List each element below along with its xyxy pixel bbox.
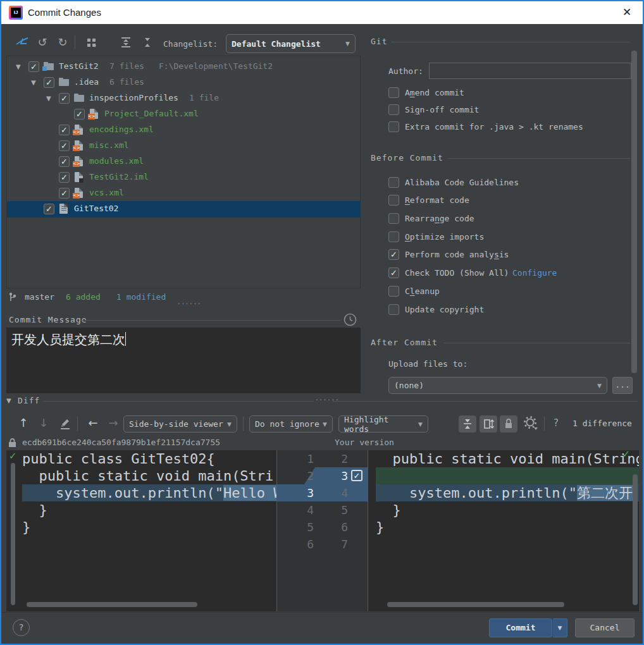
- code-line: public class GitTest02{: [22, 450, 276, 467]
- branch-name: master: [25, 292, 54, 302]
- diff-editor: public class GitTest02{ public static vo…: [6, 450, 639, 611]
- commit-dropdown-button[interactable]: ▼: [552, 618, 567, 637]
- synchronize-scrolling-toggle[interactable]: [480, 415, 497, 433]
- close-icon[interactable]: ✕: [616, 3, 638, 22]
- code-line: public static void main(String: [376, 450, 639, 467]
- commit-changes-dialog: IJ Commit Changes ✕ ↺ ↻ ▾ Changelist: De…: [0, 0, 644, 645]
- tree-row[interactable]: ▼ ✓ .idea 6 files: [7, 75, 360, 90]
- diff-help-icon[interactable]: ?: [548, 415, 564, 431]
- optimize-imports-checkbox[interactable]: [388, 231, 399, 242]
- tree-checkbox[interactable]: ✓: [59, 140, 70, 151]
- show-diff-icon[interactable]: [14, 34, 30, 51]
- iml-file-icon: [74, 172, 85, 183]
- refresh-icon[interactable]: ↻: [54, 34, 71, 51]
- right-pane-vscrollbar[interactable]: [633, 474, 638, 605]
- amend-commit-checkbox[interactable]: [388, 87, 399, 98]
- tree-item-meta: 1 file: [189, 93, 219, 102]
- reformat-code-checkbox[interactable]: [388, 195, 399, 206]
- dialog-footer: ? Commit ▼ Cancel: [1, 612, 643, 644]
- tree-checkbox[interactable]: ✓: [74, 109, 85, 120]
- author-input[interactable]: [429, 63, 631, 79]
- signoff-commit-checkbox[interactable]: [388, 104, 399, 115]
- tree-checkbox[interactable]: ✓: [44, 77, 54, 88]
- diff-collapse-icon[interactable]: ▼: [6, 397, 11, 404]
- previous-difference-icon[interactable]: ↑: [15, 415, 32, 431]
- tree-expanded-icon[interactable]: ▼: [46, 95, 51, 102]
- diff-section-header: Diff: [18, 396, 40, 405]
- xml-file-icon: <>: [89, 109, 100, 120]
- previous-change-icon[interactable]: ←: [85, 415, 101, 431]
- author-label: Author:: [388, 66, 423, 76]
- git-section-header: Git: [371, 37, 387, 46]
- code-line: }: [22, 501, 276, 519]
- xml-file-icon: <>: [74, 156, 85, 167]
- tree-checkbox[interactable]: ✓: [59, 188, 70, 199]
- left-pane-vscrollbar[interactable]: [11, 463, 15, 605]
- rearrange-code-checkbox[interactable]: [388, 213, 399, 224]
- include-change-checkbox[interactable]: ✓: [351, 470, 362, 481]
- folder-icon: [74, 93, 85, 104]
- diff-right-pane[interactable]: public static void main(String system.ou…: [368, 450, 639, 611]
- tree-expanded-icon[interactable]: ▼: [31, 79, 36, 86]
- added-count: 6 added: [66, 292, 101, 302]
- check-todo-checkbox[interactable]: ✓: [388, 267, 399, 278]
- cancel-button[interactable]: Cancel: [575, 618, 635, 637]
- whitespace-select[interactable]: Do not ignore ▼: [249, 415, 333, 433]
- text-caret: [125, 332, 126, 346]
- commit-message-input[interactable]: 开发人员提交第二次: [6, 328, 361, 393]
- xml-file-icon: <>: [74, 125, 85, 135]
- tree-row-selected[interactable]: ✓ GitTest02: [7, 201, 360, 218]
- edit-source-icon[interactable]: [57, 415, 73, 431]
- collapse-unchanged-toggle[interactable]: [459, 415, 476, 433]
- tree-row[interactable]: ✓ TestGit2.iml: [7, 169, 360, 185]
- tree-row[interactable]: ✓ <> encodings.xml: [7, 122, 360, 138]
- tree-row[interactable]: ✓ <> misc.xml: [7, 138, 360, 154]
- help-button[interactable]: ?: [13, 619, 30, 636]
- update-copyright-checkbox[interactable]: [388, 304, 399, 315]
- viewer-mode-select[interactable]: Side-by-side viewer ▼: [123, 415, 237, 433]
- next-change-icon[interactable]: →: [105, 415, 121, 431]
- right-pane-hscrollbar[interactable]: [387, 602, 564, 607]
- tree-row[interactable]: ▼ ✓ inspectionProfiles 1 file: [7, 90, 360, 106]
- left-pane-hscrollbar[interactable]: [27, 602, 197, 607]
- tree-checkbox[interactable]: ✓: [59, 156, 70, 167]
- message-history-icon[interactable]: [344, 313, 357, 326]
- disable-editing-toggle[interactable]: [500, 415, 517, 433]
- diff-left-pane[interactable]: public class GitTest02{ public static vo…: [6, 450, 276, 611]
- module-folder-icon: [44, 61, 54, 72]
- tree-row[interactable]: ✓ <> modules.xml: [7, 154, 360, 169]
- splitter-handle[interactable]: '''''': [177, 302, 202, 309]
- alibaba-guidelines-checkbox[interactable]: [388, 177, 399, 188]
- tree-checkbox[interactable]: ✓: [44, 204, 54, 214]
- highlight-mode-select[interactable]: Highlight words ▼: [338, 415, 428, 433]
- diff-settings-gear-icon[interactable]: [523, 415, 539, 431]
- tree-checkbox[interactable]: ✓: [59, 172, 70, 183]
- panel-scrollbar[interactable]: [631, 51, 637, 373]
- expand-all-icon[interactable]: [118, 34, 134, 51]
- extra-commit-checkbox[interactable]: [388, 121, 399, 132]
- browse-upload-button[interactable]: ...: [612, 377, 633, 394]
- next-difference-icon[interactable]: ↓: [35, 415, 52, 431]
- tree-row[interactable]: ✓ <> vcs.xml: [7, 185, 360, 201]
- cleanup-checkbox[interactable]: [388, 286, 399, 297]
- tree-checkbox[interactable]: ✓: [59, 125, 70, 135]
- group-by-icon[interactable]: ▾: [85, 37, 101, 53]
- tree-row[interactable]: ✓ <> Project_Default.xml: [7, 106, 360, 122]
- upload-target-select[interactable]: (none) ▼: [388, 377, 607, 394]
- tree-item-label: TestGit2.iml: [89, 172, 149, 181]
- tree-row[interactable]: ▼ ✓ TestGit2 7 files F:\Development\Test…: [7, 59, 360, 75]
- tree-item-label: TestGit2: [59, 61, 99, 71]
- tree-checkbox[interactable]: ✓: [28, 61, 39, 72]
- diff-splitter-handle[interactable]: '''''': [315, 398, 340, 405]
- collapse-all-icon[interactable]: [139, 34, 156, 51]
- changelist-select[interactable]: Default Changelist ▼: [226, 34, 356, 53]
- tree-checkbox[interactable]: ✓: [59, 93, 70, 104]
- code-analysis-checkbox[interactable]: ✓: [388, 249, 399, 260]
- tree-expanded-icon[interactable]: ▼: [16, 63, 21, 70]
- update-copyright-label: Update copyright: [405, 305, 484, 314]
- readonly-lock-icon: [8, 438, 17, 448]
- rollback-icon[interactable]: ↺: [34, 34, 51, 51]
- signoff-commit-label: Sign-off commit: [405, 105, 479, 114]
- commit-button[interactable]: Commit: [489, 618, 552, 637]
- configure-link[interactable]: Configure: [512, 268, 557, 278]
